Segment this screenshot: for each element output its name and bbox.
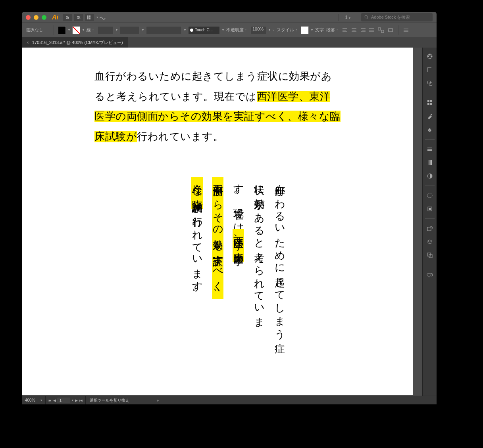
swatches-panel-icon[interactable] <box>425 98 435 107</box>
close-window-button[interactable] <box>26 15 31 20</box>
text-plain: 行われています。 <box>137 131 223 142</box>
chevron-down-icon: ▾ <box>72 398 73 402</box>
appearance-panel-icon[interactable] <box>425 191 435 200</box>
libraries-panel-icon[interactable] <box>425 270 435 280</box>
isolate-icon[interactable] <box>387 27 394 34</box>
svg-rect-2 <box>89 17 90 19</box>
chevron-down-icon: ▾ <box>142 28 144 32</box>
svg-rect-17 <box>378 28 381 30</box>
chevron-down-icon: ▾ <box>83 28 84 32</box>
stock-search-box[interactable]: Adobe Stock を検索 <box>361 13 433 21</box>
document-tab[interactable]: × 170316_2013.ai* @ 400% (CMYK/プレビュー) <box>22 37 128 48</box>
control-bar: 選択なし ▾ ▾ 線： ▾ ▾ ▾ Touch C... ▾ 不透明度： 100… <box>22 23 437 37</box>
arrange-documents-button[interactable] <box>85 14 94 21</box>
chevron-down-icon: ▾ <box>222 28 224 32</box>
vertical-paragraph[interactable]: 血行がわるいために起きてしまう症 状に効果があると考えられていま す。現在では西… <box>165 177 285 375</box>
stroke-profile-input[interactable] <box>120 26 140 34</box>
chevron-down-icon: ▾ <box>349 16 350 20</box>
svg-rect-32 <box>427 103 429 105</box>
workspace-switcher[interactable]: 1 ▾ <box>338 14 357 21</box>
brush-name: Touch C... <box>195 28 213 32</box>
app-window: Ai Br St ▾ 1 ▾ Adobe Stock を検索 選択なし ▾ ▾ … <box>22 12 437 404</box>
links-panel-icon[interactable] <box>425 224 435 233</box>
svg-rect-43 <box>427 227 431 231</box>
vertical-column-4: 両側面からその効果を実証すべく、 <box>212 177 223 372</box>
vertical-column-3: す。現在では西洋医学、東洋医学の <box>233 177 243 372</box>
horizontal-paragraph[interactable]: 血行がわるいために起きてしまう症状に効果があると考えられています。現在では西洋医… <box>94 67 341 147</box>
paragraph-panel-link[interactable]: 段落： <box>326 27 339 33</box>
prev-artboard-button[interactable]: ◀ <box>53 398 56 402</box>
svg-point-40 <box>427 193 432 198</box>
next-artboard-button[interactable]: ▶ <box>75 398 78 402</box>
first-artboard-button[interactable]: ⏮ <box>48 398 52 402</box>
status-arrow-icon: ▸ <box>157 398 159 402</box>
bridge-button[interactable]: Br <box>63 14 72 21</box>
stroke-panel-icon[interactable] <box>425 144 435 154</box>
svg-point-27 <box>429 54 431 56</box>
stroke-swatch[interactable] <box>72 26 80 34</box>
style-label: スタイル： <box>277 27 298 33</box>
svg-rect-18 <box>381 30 384 33</box>
svg-point-26 <box>431 56 432 57</box>
zoom-value: 400% <box>25 398 35 402</box>
svg-rect-30 <box>427 100 429 102</box>
svg-point-34 <box>431 114 432 115</box>
workspace-label: 1 <box>345 15 348 20</box>
fill-swatch[interactable] <box>58 26 66 34</box>
stroke-weight-label: 線： <box>87 27 95 33</box>
status-hint: 選択ツールを切り換え <box>86 398 133 403</box>
stock-button[interactable]: St <box>74 14 83 21</box>
svg-rect-33 <box>430 103 432 105</box>
brush-dot-icon <box>190 29 193 32</box>
align-left-icon[interactable] <box>342 27 349 34</box>
color-panel-icon[interactable] <box>425 52 435 61</box>
artboard: 血行がわるいために起きてしまう症状に効果があると考えられています。現在では西洋医… <box>22 48 413 395</box>
character-panel-link[interactable]: 文字 <box>315 27 324 33</box>
graphic-styles-panel-icon[interactable] <box>425 204 435 214</box>
artboards-panel-icon[interactable] <box>425 251 435 260</box>
brush-selector[interactable]: Touch C... <box>188 26 220 34</box>
close-tab-icon[interactable]: × <box>27 40 29 45</box>
search-icon <box>364 15 369 19</box>
zoom-level-input[interactable]: 400% ▾ <box>22 396 46 404</box>
layers-panel-icon[interactable] <box>425 237 435 247</box>
gradient-panel-icon[interactable] <box>425 158 435 167</box>
tab-bar: × 170316_2013.ai* @ 400% (CMYK/プレビュー) <box>22 37 437 48</box>
selection-label: 選択なし <box>26 27 48 33</box>
vertical-column-5: 様々な臨床試験が行われています。 <box>192 177 202 372</box>
minimize-window-button[interactable] <box>34 15 38 20</box>
align-right-icon[interactable] <box>359 27 366 34</box>
graphic-style-swatch[interactable] <box>301 26 309 34</box>
chevron-down-icon: ▾ <box>311 28 313 32</box>
search-placeholder: Adobe Stock を検索 <box>371 14 410 20</box>
transparency-panel-icon[interactable] <box>425 171 435 181</box>
chevron-down-icon: ▾ <box>40 398 42 402</box>
chevron-down-icon: ▾ <box>269 28 270 32</box>
svg-rect-31 <box>430 100 432 102</box>
align-center-icon[interactable] <box>350 27 358 34</box>
last-artboard-button[interactable]: ⏭ <box>79 398 83 402</box>
pathfinder-panel-icon[interactable] <box>425 78 435 88</box>
chevron-down-icon: ▾ <box>116 28 117 32</box>
artboard-number-input[interactable]: 1 <box>58 398 70 403</box>
brushes-panel-icon[interactable] <box>425 111 435 121</box>
menu-icon[interactable] <box>402 27 410 34</box>
canvas[interactable]: 血行がわるいために起きてしまう症状に効果があると考えられています。現在では西洋医… <box>22 48 422 396</box>
gpu-preview-button[interactable] <box>98 14 107 21</box>
align-justify-icon[interactable] <box>368 27 375 34</box>
document-filename: 170316_2013.ai* @ 400% (CMYK/プレビュー) <box>32 40 123 46</box>
svg-rect-38 <box>427 160 432 165</box>
transform-panel-icon[interactable] <box>377 27 385 34</box>
artboard-navigator: ⏮ ◀ 1 ▾ ▶ ⏭ <box>46 396 86 404</box>
vertical-column-2: 状に効果があると考えられていま <box>254 177 264 372</box>
color-guide-panel-icon[interactable] <box>425 65 435 75</box>
opacity-label: 不透明度： <box>226 27 248 33</box>
window-controls <box>26 15 46 20</box>
opacity-input[interactable]: 100% <box>250 26 266 34</box>
title-bar: Ai Br St ▾ 1 ▾ Adobe Stock を検索 <box>22 12 437 23</box>
maximize-window-button[interactable] <box>42 15 46 20</box>
svg-line-4 <box>367 18 368 19</box>
symbols-panel-icon[interactable]: ♣ <box>425 125 435 134</box>
variable-width-profile[interactable] <box>146 26 182 34</box>
stroke-weight-input[interactable] <box>98 26 114 34</box>
